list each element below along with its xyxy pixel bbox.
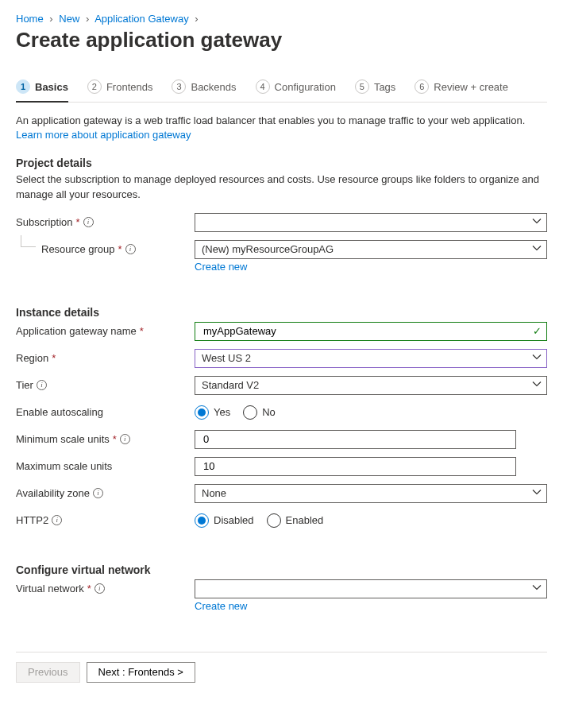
- breadcrumb-application-gateway[interactable]: Application Gateway: [94, 13, 189, 25]
- autoscaling-yes-radio[interactable]: Yes: [195, 405, 230, 420]
- region-label: Region*: [16, 349, 195, 364]
- tab-backends[interactable]: 3Backends: [172, 75, 236, 102]
- info-icon[interactable]: i: [93, 488, 103, 498]
- next-button[interactable]: Next : Frontends >: [87, 662, 195, 683]
- gateway-name-label: Application gateway name*: [16, 322, 195, 337]
- tab-basics[interactable]: 1Basics: [16, 75, 68, 102]
- info-icon[interactable]: i: [94, 583, 105, 594]
- page-title: Create application gateway: [16, 28, 547, 52]
- wizard-footer: Previous Next : Frontends >: [16, 652, 547, 695]
- breadcrumb-home[interactable]: Home: [16, 13, 44, 25]
- region-select[interactable]: West US 2: [195, 349, 547, 368]
- subscription-label: Subscription* i: [16, 213, 195, 228]
- info-icon[interactable]: i: [37, 380, 47, 390]
- chevron-right-icon: ›: [49, 13, 52, 25]
- chevron-down-icon: [532, 243, 542, 255]
- http2-enabled-radio[interactable]: Enabled: [267, 513, 324, 528]
- min-scale-input[interactable]: [195, 430, 516, 449]
- create-new-resource-group-link[interactable]: Create new: [195, 261, 247, 273]
- availability-zone-select[interactable]: None: [195, 484, 547, 503]
- breadcrumb-new[interactable]: New: [59, 13, 79, 25]
- learn-more-link[interactable]: Learn more about application gateway: [16, 129, 191, 141]
- max-scale-label: Maximum scale units: [16, 457, 195, 472]
- autoscaling-radiogroup: Yes No: [195, 403, 547, 422]
- breadcrumb: Home › New › Application Gateway ›: [16, 13, 547, 25]
- project-details-heading: Project details: [16, 157, 547, 169]
- wizard-tabs: 1Basics 2Frontends 3Backends 4Configurat…: [16, 75, 547, 103]
- check-icon: ✓: [533, 325, 542, 337]
- intro-text: An application gateway is a web traffic …: [16, 114, 547, 142]
- project-details-desc: Select the subscription to manage deploy…: [16, 172, 547, 201]
- chevron-down-icon: [532, 216, 542, 228]
- chevron-down-icon: [532, 583, 542, 594]
- chevron-down-icon: [532, 487, 542, 499]
- http2-radiogroup: Disabled Enabled: [195, 511, 547, 530]
- resource-group-select[interactable]: (New) myResourceGroupAG: [195, 240, 547, 259]
- tier-label: Tier i: [16, 376, 195, 391]
- availability-zone-label: Availability zone i: [16, 484, 195, 499]
- http2-disabled-radio[interactable]: Disabled: [195, 513, 254, 528]
- chevron-right-icon: ›: [86, 13, 89, 25]
- create-new-vnet-link[interactable]: Create new: [195, 600, 247, 612]
- previous-button: Previous: [16, 662, 80, 683]
- autoscaling-label: Enable autoscaling: [16, 403, 195, 418]
- chevron-down-icon: [532, 379, 542, 391]
- virtual-network-label: Virtual network* i: [16, 579, 195, 594]
- tier-select[interactable]: Standard V2: [195, 376, 547, 395]
- resource-group-label: Resource group* i: [16, 240, 195, 255]
- info-icon[interactable]: i: [83, 217, 94, 227]
- info-icon[interactable]: i: [120, 434, 130, 444]
- info-icon[interactable]: i: [125, 244, 136, 254]
- instance-details-heading: Instance details: [16, 306, 547, 319]
- chevron-right-icon: ›: [195, 13, 198, 25]
- http2-label: HTTP2 i: [16, 511, 195, 526]
- subscription-select[interactable]: [195, 213, 547, 232]
- max-scale-input[interactable]: [195, 457, 516, 476]
- autoscaling-no-radio[interactable]: No: [243, 405, 276, 420]
- gateway-name-input[interactable]: ✓: [195, 322, 547, 341]
- tab-frontends[interactable]: 2Frontends: [87, 75, 153, 102]
- virtual-network-select[interactable]: [195, 579, 547, 598]
- tab-configuration[interactable]: 4Configuration: [256, 75, 336, 102]
- vnet-heading: Configure virtual network: [16, 563, 547, 576]
- min-scale-label: Minimum scale units* i: [16, 430, 195, 445]
- tab-tags[interactable]: 5Tags: [355, 75, 395, 102]
- chevron-down-icon: [532, 352, 542, 364]
- info-icon[interactable]: i: [52, 515, 62, 525]
- tab-review-create[interactable]: 6Review + create: [415, 75, 508, 102]
